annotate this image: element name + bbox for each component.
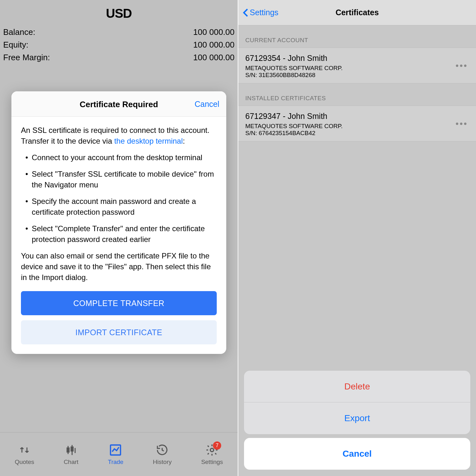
history-icon — [155, 443, 169, 457]
page-title: Certificates — [335, 8, 379, 17]
tab-label: Quotes — [15, 459, 34, 466]
certificate-row-installed[interactable]: 67129347 - John Smith METAQUOTES SOFTWAR… — [238, 106, 476, 141]
balance-row: Balance: 100 000.00 — [3, 26, 235, 38]
freemargin-value: 100 000.00 — [193, 51, 235, 64]
modal-step: Connect to your account from the desktop… — [25, 152, 217, 163]
equity-row: Equity: 100 000.00 — [3, 38, 235, 51]
tab-bar: Quotes Chart Trade History — [0, 432, 238, 476]
modal-title: Certificate Required — [80, 100, 158, 109]
equity-value: 100 000.00 — [193, 38, 235, 51]
freemargin-row: Free Margin: 100 000.00 — [3, 51, 235, 64]
cert-name: 67129347 - John Smith — [245, 112, 469, 121]
tab-chart[interactable]: Chart — [64, 443, 78, 466]
tab-settings[interactable]: 7 Settings — [201, 443, 223, 466]
balance-value: 100 000.00 — [193, 26, 235, 38]
cert-company: METAQUOTES SOFTWARE CORP. — [245, 65, 469, 72]
tab-label: History — [153, 459, 172, 466]
tab-label: Settings — [201, 459, 223, 466]
modal-step: Select "Transfer SSL certificate to mobi… — [25, 169, 217, 190]
equity-label: Equity: — [3, 38, 29, 51]
import-certificate-button[interactable]: IMPORT CERTIFICATE — [21, 320, 217, 344]
modal-intro: An SSL certificate is required to connec… — [21, 125, 217, 147]
desktop-terminal-link[interactable]: the desktop terminal — [114, 137, 183, 145]
balance-label: Balance: — [3, 26, 35, 38]
modal-outro: You can also email or send the certifica… — [21, 251, 217, 283]
chevron-left-icon — [243, 8, 248, 17]
complete-transfer-button[interactable]: COMPLETE TRANSFER — [21, 291, 217, 315]
tab-label: Chart — [64, 459, 78, 466]
currency-label: USD — [0, 6, 238, 21]
freemargin-label: Free Margin: — [3, 51, 50, 64]
tab-label: Trade — [108, 459, 123, 466]
nav-bar: Settings Certificates — [238, 0, 476, 25]
settings-badge: 7 — [213, 441, 221, 450]
modal-intro-post: : — [183, 137, 185, 145]
certificate-row-current[interactable]: 67129354 - John Smith METAQUOTES SOFTWAR… — [238, 48, 476, 83]
export-button[interactable]: Export — [244, 402, 470, 434]
account-summary: Balance: 100 000.00 Equity: 100 000.00 F… — [0, 24, 238, 64]
cancel-button[interactable]: Cancel — [244, 438, 470, 470]
more-icon[interactable]: ••• — [456, 119, 468, 129]
currency-header: USD — [0, 0, 238, 24]
quotes-icon — [18, 443, 31, 457]
modal-cancel-link[interactable]: Cancel — [195, 100, 219, 109]
cert-company: METAQUOTES SOFTWARE CORP. — [245, 123, 469, 130]
cert-sn: S/N: 6764235154BACB42 — [245, 130, 469, 137]
action-sheet: Delete Export Cancel — [244, 371, 470, 470]
svg-point-1 — [210, 448, 214, 452]
section-installed-certificates: INSTALLED CERTIFICATES — [238, 83, 476, 106]
section-current-account: CURRENT ACCOUNT — [238, 25, 476, 48]
settings-icon: 7 — [205, 443, 219, 457]
certificate-modal: Certificate Required Cancel An SSL certi… — [11, 91, 226, 354]
modal-step: Specify the account main password and cr… — [25, 196, 217, 218]
chart-icon — [64, 443, 78, 457]
cert-name: 67129354 - John Smith — [245, 54, 469, 63]
trade-icon — [109, 443, 122, 457]
cert-sn: S/N: 31E3560BB8D48268 — [245, 72, 469, 79]
tab-quotes[interactable]: Quotes — [15, 443, 34, 466]
tab-trade[interactable]: Trade — [108, 443, 123, 466]
modal-step: Select "Complete Transfer" and enter the… — [25, 223, 217, 245]
more-icon[interactable]: ••• — [456, 61, 468, 71]
delete-button[interactable]: Delete — [244, 371, 470, 402]
back-button[interactable]: Settings — [243, 8, 278, 17]
modal-steps-list: Connect to your account from the desktop… — [25, 152, 217, 245]
tab-history[interactable]: History — [153, 443, 172, 466]
back-label: Settings — [250, 8, 278, 17]
